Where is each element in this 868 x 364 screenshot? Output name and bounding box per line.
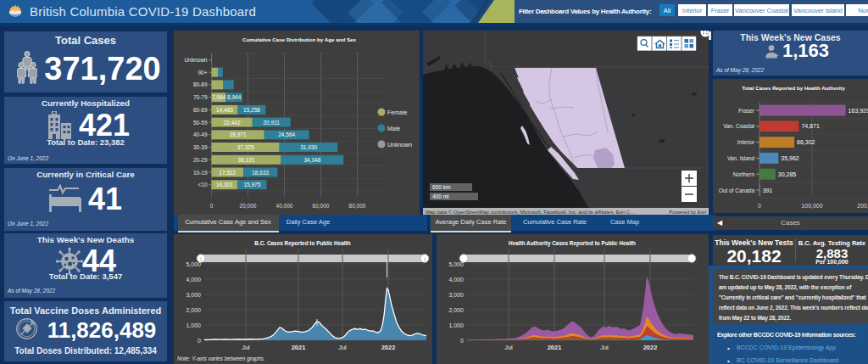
svg-text:Cumulative Case Distribution b: Cumulative Case Distribution by Age and … xyxy=(242,36,356,42)
svg-text:2,000: 2,000 xyxy=(186,307,201,313)
svg-text:80-89: 80-89 xyxy=(193,81,208,87)
svg-text:Jul: Jul xyxy=(504,344,513,351)
svg-text:Fraser: Fraser xyxy=(738,108,755,114)
svg-text:8,944: 8,944 xyxy=(227,94,242,100)
svg-text:2,000: 2,000 xyxy=(448,307,464,313)
svg-text:2021: 2021 xyxy=(292,344,306,351)
svg-text:30-39: 30-39 xyxy=(193,144,208,150)
svg-text:Female: Female xyxy=(387,109,407,115)
svg-text:1,000: 1,000 xyxy=(186,322,201,328)
svg-text:20-29: 20-29 xyxy=(193,157,208,163)
svg-text:17,512: 17,512 xyxy=(219,170,236,176)
svg-text:14,301: 14,301 xyxy=(216,182,233,188)
svg-text:50-59: 50-59 xyxy=(193,120,208,126)
svg-text:66,302: 66,302 xyxy=(797,139,815,145)
svg-text:20,911: 20,911 xyxy=(263,120,280,126)
svg-text:Northern: Northern xyxy=(733,171,755,177)
svg-text:10-19: 10-19 xyxy=(193,170,208,176)
svg-text:B.C. Cases Reported to Public: B.C. Cases Reported to Public Health xyxy=(254,240,350,247)
svg-text:600 km: 600 km xyxy=(432,184,450,190)
svg-text:80,000: 80,000 xyxy=(349,203,366,209)
svg-text:Van. Coastal: Van. Coastal xyxy=(723,123,754,129)
svg-text:1,000: 1,000 xyxy=(448,322,464,328)
svg-text:3,000: 3,000 xyxy=(186,292,201,298)
svg-text:Note: Y-axis varies between gr: Note: Y-axis varies between graphs. xyxy=(177,356,265,362)
svg-text:5,000: 5,000 xyxy=(186,261,201,267)
svg-text:24,564: 24,564 xyxy=(278,132,295,137)
svg-text:Health Authority Cases Reporte: Health Authority Cases Reported to Publi… xyxy=(509,240,636,247)
svg-text:15,258: 15,258 xyxy=(243,107,260,113)
svg-text:100,000: 100,000 xyxy=(801,203,822,209)
svg-text:4,000: 4,000 xyxy=(186,277,201,283)
svg-text:200,0: 200,0 xyxy=(857,203,868,209)
svg-text:400 mi: 400 mi xyxy=(432,193,449,199)
svg-text:0: 0 xyxy=(460,338,464,344)
svg-text:28,971: 28,971 xyxy=(230,132,247,137)
svg-text:Total Cases Reported by Health: Total Cases Reported by Health Authority xyxy=(742,85,845,91)
svg-text:0: 0 xyxy=(198,338,201,344)
svg-text:38,121: 38,121 xyxy=(238,157,255,163)
svg-text:Jul: Jul xyxy=(242,344,250,351)
svg-text:15,975: 15,975 xyxy=(243,182,260,188)
svg-text:31,930: 31,930 xyxy=(300,144,317,150)
svg-text:Out of Canada: Out of Canada xyxy=(719,188,755,193)
svg-text:Powered by Esri: Powered by Esri xyxy=(669,210,706,215)
svg-text:Jul: Jul xyxy=(338,344,347,351)
svg-text:Unknown: Unknown xyxy=(184,57,207,63)
svg-text:34,348: 34,348 xyxy=(303,157,320,163)
svg-text:18,633: 18,633 xyxy=(252,170,269,176)
svg-text:391: 391 xyxy=(763,188,773,193)
svg-text:Interior: Interior xyxy=(737,139,755,145)
svg-text:40,000: 40,000 xyxy=(276,203,293,209)
svg-text:14,463: 14,463 xyxy=(216,107,233,113)
svg-text:Van. Island: Van. Island xyxy=(727,155,754,161)
svg-text:4,000: 4,000 xyxy=(448,277,464,283)
svg-text:0: 0 xyxy=(758,203,761,209)
svg-text:Unknown: Unknown xyxy=(387,142,412,148)
svg-text:7,964: 7,964 xyxy=(212,94,226,100)
svg-text:35,962: 35,962 xyxy=(781,155,799,161)
svg-text:0: 0 xyxy=(210,203,214,209)
svg-text:60-69: 60-69 xyxy=(193,107,208,113)
svg-text:70-79: 70-79 xyxy=(193,94,208,100)
svg-text:163,929: 163,929 xyxy=(849,108,868,114)
svg-text:2022: 2022 xyxy=(381,344,396,351)
svg-text:74,871: 74,871 xyxy=(801,123,820,129)
svg-text:Map data © OpenStreetMap contr: Map data © OpenStreetMap contributors, M… xyxy=(426,210,634,215)
svg-text:40-49: 40-49 xyxy=(193,132,208,137)
svg-text:Male: Male xyxy=(387,126,400,132)
svg-text:30,285: 30,285 xyxy=(778,171,797,177)
svg-text:22,442: 22,442 xyxy=(224,120,241,126)
svg-text:20,000: 20,000 xyxy=(240,203,257,209)
svg-text:90+: 90+ xyxy=(198,70,207,76)
svg-text:2021: 2021 xyxy=(548,344,562,351)
svg-text:60,000: 60,000 xyxy=(313,203,330,209)
svg-text:2022: 2022 xyxy=(643,344,658,351)
svg-text:37,325: 37,325 xyxy=(237,144,254,150)
svg-text:Jul: Jul xyxy=(600,344,609,351)
svg-text:5,000: 5,000 xyxy=(448,261,464,267)
svg-text:3,000: 3,000 xyxy=(448,292,464,298)
svg-text:<10: <10 xyxy=(198,182,207,188)
